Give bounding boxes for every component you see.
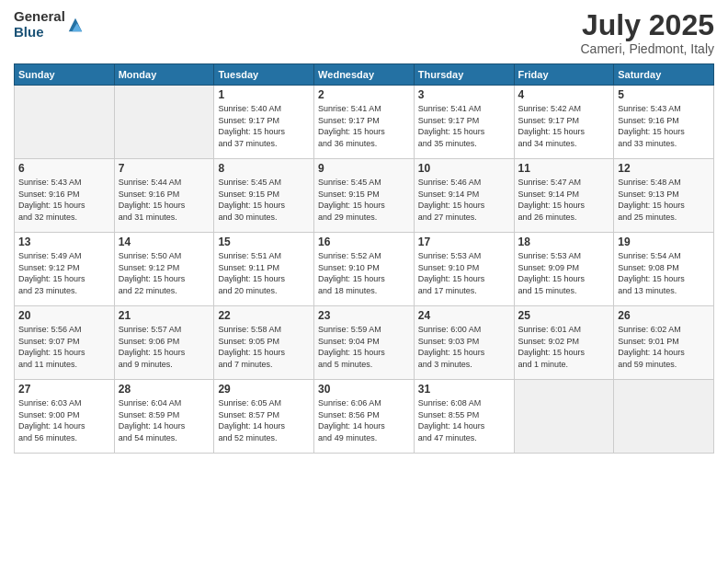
- day-number: 26: [618, 309, 710, 322]
- day-info: Sunrise: 5:53 AMSunset: 9:10 PMDaylight:…: [418, 250, 510, 296]
- week-row-5: 27Sunrise: 6:03 AMSunset: 9:00 PMDayligh…: [15, 380, 714, 454]
- day-info: Sunrise: 6:06 AMSunset: 8:56 PMDaylight:…: [318, 397, 410, 443]
- calendar-header: SundayMondayTuesdayWednesdayThursdayFrid…: [15, 64, 714, 86]
- day-number: 20: [18, 309, 110, 322]
- day-info: Sunrise: 5:47 AMSunset: 9:14 PMDaylight:…: [518, 177, 610, 223]
- day-info: Sunrise: 5:53 AMSunset: 9:09 PMDaylight:…: [518, 250, 610, 296]
- logo-general-text: General: [14, 9, 65, 25]
- calendar-cell: 3Sunrise: 5:41 AMSunset: 9:17 PMDaylight…: [414, 86, 514, 159]
- day-number: 11: [518, 162, 610, 175]
- title-block: July 2025 Cameri, Piedmont, Italy: [581, 9, 715, 56]
- calendar-cell: 22Sunrise: 5:58 AMSunset: 9:05 PMDayligh…: [214, 306, 314, 380]
- day-number: 31: [418, 383, 510, 396]
- day-number: 25: [518, 309, 610, 322]
- calendar-table: SundayMondayTuesdayWednesdayThursdayFrid…: [14, 63, 714, 454]
- day-number: 14: [119, 236, 210, 248]
- calendar-cell: 12Sunrise: 5:48 AMSunset: 9:13 PMDayligh…: [614, 159, 714, 233]
- day-info: Sunrise: 6:01 AMSunset: 9:02 PMDaylight:…: [518, 324, 610, 370]
- calendar-cell: 31Sunrise: 6:08 AMSunset: 8:55 PMDayligh…: [414, 380, 514, 454]
- calendar-page: General Blue July 2025 Cameri, Piedmont,…: [0, 0, 728, 563]
- day-number: 29: [218, 383, 310, 396]
- calendar-cell: 14Sunrise: 5:50 AMSunset: 9:12 PMDayligh…: [114, 233, 214, 306]
- calendar-cell: 23Sunrise: 5:59 AMSunset: 9:04 PMDayligh…: [314, 306, 415, 380]
- calendar-cell: 4Sunrise: 5:42 AMSunset: 9:17 PMDaylight…: [514, 86, 614, 159]
- calendar-cell: 13Sunrise: 5:49 AMSunset: 9:12 PMDayligh…: [15, 233, 115, 306]
- day-number: 5: [618, 88, 710, 101]
- header-day-friday: Friday: [514, 64, 614, 86]
- day-number: 4: [518, 88, 610, 101]
- day-info: Sunrise: 5:49 AMSunset: 9:12 PMDaylight:…: [18, 250, 110, 296]
- header-day-wednesday: Wednesday: [314, 64, 415, 86]
- calendar-cell: 6Sunrise: 5:43 AMSunset: 9:16 PMDaylight…: [15, 159, 115, 233]
- day-info: Sunrise: 5:42 AMSunset: 9:17 PMDaylight:…: [518, 103, 610, 149]
- calendar-cell: 2Sunrise: 5:41 AMSunset: 9:17 PMDaylight…: [314, 86, 415, 159]
- day-number: 2: [318, 88, 410, 101]
- calendar-cell: [514, 380, 614, 454]
- calendar-cell: 18Sunrise: 5:53 AMSunset: 9:09 PMDayligh…: [514, 233, 614, 306]
- day-info: Sunrise: 5:51 AMSunset: 9:11 PMDaylight:…: [218, 250, 310, 296]
- day-number: 17: [418, 236, 510, 248]
- day-number: 15: [218, 236, 310, 248]
- calendar-cell: 8Sunrise: 5:45 AMSunset: 9:15 PMDaylight…: [214, 159, 314, 233]
- day-number: 9: [318, 162, 410, 175]
- day-number: 23: [318, 309, 410, 322]
- day-number: 8: [218, 162, 310, 175]
- day-info: Sunrise: 5:40 AMSunset: 9:17 PMDaylight:…: [218, 103, 310, 149]
- calendar-cell: 5Sunrise: 5:43 AMSunset: 9:16 PMDaylight…: [614, 86, 714, 159]
- calendar-cell: 21Sunrise: 5:57 AMSunset: 9:06 PMDayligh…: [114, 306, 214, 380]
- day-number: 27: [18, 383, 110, 396]
- day-info: Sunrise: 6:02 AMSunset: 9:01 PMDaylight:…: [618, 324, 710, 370]
- day-number: 7: [119, 162, 210, 175]
- calendar-cell: [614, 380, 714, 454]
- day-number: 19: [618, 236, 710, 248]
- header: General Blue July 2025 Cameri, Piedmont,…: [14, 9, 714, 56]
- calendar-cell: 24Sunrise: 6:00 AMSunset: 9:03 PMDayligh…: [414, 306, 514, 380]
- day-info: Sunrise: 6:03 AMSunset: 9:00 PMDaylight:…: [18, 397, 110, 443]
- header-day-tuesday: Tuesday: [214, 64, 314, 86]
- day-info: Sunrise: 5:45 AMSunset: 9:15 PMDaylight:…: [218, 177, 310, 223]
- day-info: Sunrise: 5:54 AMSunset: 9:08 PMDaylight:…: [618, 250, 710, 296]
- day-number: 12: [618, 162, 710, 175]
- calendar-cell: 29Sunrise: 6:05 AMSunset: 8:57 PMDayligh…: [214, 380, 314, 454]
- day-number: 30: [318, 383, 410, 396]
- day-info: Sunrise: 6:05 AMSunset: 8:57 PMDaylight:…: [218, 397, 310, 443]
- day-number: 18: [518, 236, 610, 248]
- calendar-cell: [15, 86, 115, 159]
- calendar-cell: 7Sunrise: 5:44 AMSunset: 9:16 PMDaylight…: [114, 159, 214, 233]
- day-number: 10: [418, 162, 510, 175]
- location: Cameri, Piedmont, Italy: [581, 41, 715, 56]
- day-number: 6: [18, 162, 110, 175]
- calendar-cell: [114, 86, 214, 159]
- week-row-1: 1Sunrise: 5:40 AMSunset: 9:17 PMDaylight…: [15, 86, 714, 159]
- day-number: 1: [218, 88, 310, 101]
- calendar-cell: 25Sunrise: 6:01 AMSunset: 9:02 PMDayligh…: [514, 306, 614, 380]
- header-row: SundayMondayTuesdayWednesdayThursdayFrid…: [15, 64, 714, 86]
- day-info: Sunrise: 5:56 AMSunset: 9:07 PMDaylight:…: [18, 324, 110, 370]
- header-day-monday: Monday: [114, 64, 214, 86]
- day-info: Sunrise: 6:08 AMSunset: 8:55 PMDaylight:…: [418, 397, 510, 443]
- day-info: Sunrise: 5:41 AMSunset: 9:17 PMDaylight:…: [418, 103, 510, 149]
- calendar-cell: 17Sunrise: 5:53 AMSunset: 9:10 PMDayligh…: [414, 233, 514, 306]
- calendar-cell: 27Sunrise: 6:03 AMSunset: 9:00 PMDayligh…: [15, 380, 115, 454]
- calendar-cell: 10Sunrise: 5:46 AMSunset: 9:14 PMDayligh…: [414, 159, 514, 233]
- month-title: July 2025: [581, 9, 715, 41]
- logo-blue-text: Blue: [14, 25, 65, 40]
- day-info: Sunrise: 6:00 AMSunset: 9:03 PMDaylight:…: [418, 324, 510, 370]
- calendar-cell: 30Sunrise: 6:06 AMSunset: 8:56 PMDayligh…: [314, 380, 415, 454]
- day-info: Sunrise: 5:50 AMSunset: 9:12 PMDaylight:…: [119, 250, 210, 296]
- header-day-thursday: Thursday: [414, 64, 514, 86]
- calendar-cell: 11Sunrise: 5:47 AMSunset: 9:14 PMDayligh…: [514, 159, 614, 233]
- week-row-3: 13Sunrise: 5:49 AMSunset: 9:12 PMDayligh…: [15, 233, 714, 306]
- day-info: Sunrise: 5:58 AMSunset: 9:05 PMDaylight:…: [218, 324, 310, 370]
- day-info: Sunrise: 5:44 AMSunset: 9:16 PMDaylight:…: [119, 177, 210, 223]
- calendar-cell: 26Sunrise: 6:02 AMSunset: 9:01 PMDayligh…: [614, 306, 714, 380]
- day-number: 21: [119, 309, 210, 322]
- day-number: 24: [418, 309, 510, 322]
- calendar-cell: 19Sunrise: 5:54 AMSunset: 9:08 PMDayligh…: [614, 233, 714, 306]
- calendar-cell: 28Sunrise: 6:04 AMSunset: 8:59 PMDayligh…: [114, 380, 214, 454]
- day-info: Sunrise: 6:04 AMSunset: 8:59 PMDaylight:…: [119, 397, 210, 443]
- day-info: Sunrise: 5:41 AMSunset: 9:17 PMDaylight:…: [318, 103, 410, 149]
- day-info: Sunrise: 5:52 AMSunset: 9:10 PMDaylight:…: [318, 250, 410, 296]
- calendar-cell: 20Sunrise: 5:56 AMSunset: 9:07 PMDayligh…: [15, 306, 115, 380]
- day-info: Sunrise: 5:48 AMSunset: 9:13 PMDaylight:…: [618, 177, 710, 223]
